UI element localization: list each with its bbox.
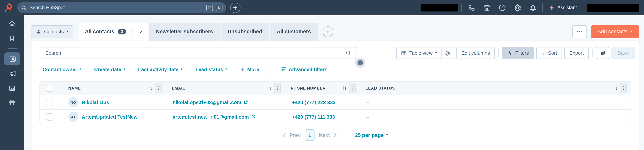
assistant-button[interactable]: Assistant xyxy=(547,5,579,10)
chevron-left-icon xyxy=(282,133,286,138)
view-selector-group: Table view ▾ xyxy=(396,47,454,59)
hubspot-logo-icon[interactable] xyxy=(4,2,14,13)
advanced-filter-icon xyxy=(281,67,286,72)
sparkle-icon xyxy=(549,5,555,10)
table-toolbar: Table view ▾ Edit columns xyxy=(32,41,639,64)
prev-page-button[interactable]: Prev xyxy=(282,132,301,138)
tab-all-contacts[interactable]: All contacts 2 ⋮ × xyxy=(80,22,148,41)
chevron-down-icon: ▾ xyxy=(435,51,437,54)
column-menu-icon[interactable]: ⋮ xyxy=(620,83,627,93)
select-all-checkbox[interactable] xyxy=(46,85,53,92)
chevron-down-icon: ▾ xyxy=(181,68,182,71)
sliders-icon xyxy=(507,50,513,55)
column-menu-icon[interactable]: ⋮ xyxy=(349,83,356,93)
copy-icon xyxy=(600,50,606,56)
contacts-panel: Table view ▾ Edit columns xyxy=(31,41,640,150)
notifications-icon[interactable] xyxy=(527,2,539,13)
main-content: Contacts ▾ All contacts 2 ⋮ × Newsletter… xyxy=(24,15,644,150)
tab-newsletter-subscribers[interactable]: Newsletter subscribers xyxy=(149,22,220,41)
table-view-selector[interactable]: Table view ▾ xyxy=(396,47,441,59)
quick-filter-contact-owner[interactable]: Contact owner ▾ xyxy=(42,66,81,72)
add-contacts-button[interactable]: Add contacts ▾ xyxy=(591,25,640,38)
pagination: Prev 1 Next 25 per page ▾ xyxy=(32,124,639,146)
sidebar-item-home[interactable] xyxy=(0,16,24,31)
quick-filter-more[interactable]: + More xyxy=(240,66,259,72)
table-row: NO Nikolai Ops nikolai.ops.rl+02@gmail.c… xyxy=(40,95,630,109)
object-switcher[interactable]: Contacts ▾ xyxy=(31,25,74,38)
external-link-icon[interactable] xyxy=(251,115,255,119)
global-create-button[interactable]: + xyxy=(230,2,240,13)
tab-close-icon[interactable]: × xyxy=(140,29,143,34)
quick-filter-lead-status[interactable]: Lead status ▾ xyxy=(196,66,227,72)
redacted-user-info xyxy=(587,4,640,12)
onboarding-beacon[interactable] xyxy=(355,58,365,68)
view-settings-button[interactable] xyxy=(442,47,454,59)
home-icon xyxy=(8,20,16,27)
column-menu-icon[interactable]: ⋮ xyxy=(274,83,281,93)
tab-all-customers[interactable]: All customers xyxy=(270,22,318,41)
sort-icon[interactable] xyxy=(614,86,618,91)
avatar: NO xyxy=(68,97,78,107)
tab-options-icon[interactable]: ⋮ xyxy=(130,29,136,34)
calling-icon[interactable] xyxy=(466,2,477,13)
plus-icon: + xyxy=(240,66,245,72)
sort-icon[interactable] xyxy=(342,86,347,91)
row-checkbox[interactable] xyxy=(46,113,53,121)
quick-filter-create-date[interactable]: Create date ▾ xyxy=(94,66,125,72)
more-actions-button[interactable]: ••• xyxy=(572,25,587,38)
global-search[interactable]: ⌘ K xyxy=(17,2,226,13)
contact-name-link[interactable]: Nikolai Ops xyxy=(82,99,109,105)
nav-divider xyxy=(583,3,584,12)
contact-phone-link[interactable]: +420 (777) 222 333 xyxy=(292,99,336,105)
bookmark-icon xyxy=(9,35,15,41)
per-page-selector[interactable]: 25 per page ▾ xyxy=(355,132,388,138)
add-view-button[interactable]: + xyxy=(322,26,333,37)
help-icon[interactable]: ? xyxy=(496,2,508,13)
table-row: AT ArtemUpdated TestNew artem.test.new+r… xyxy=(40,109,630,124)
global-search-input[interactable] xyxy=(30,5,203,10)
sidebar-item-crm-active[interactable] xyxy=(4,52,20,65)
column-header-name[interactable]: NAME xyxy=(68,86,81,91)
arrow-down-icon: ↓ xyxy=(541,50,545,56)
column-menu-icon[interactable]: ⋮ xyxy=(155,83,162,93)
advanced-filters-button[interactable]: Advanced filters xyxy=(281,66,327,72)
commerce-icon xyxy=(8,99,16,106)
sidebar-item-content[interactable] xyxy=(0,81,24,95)
sidebar-divider xyxy=(8,48,17,49)
avatar: AT xyxy=(68,112,78,122)
sidebar-item-bookmarks[interactable] xyxy=(0,31,24,45)
chevron-down-icon: ▾ xyxy=(631,30,632,33)
next-page-button[interactable]: Next xyxy=(319,132,337,138)
sort-icon[interactable] xyxy=(149,86,153,91)
lead-status-value: -- xyxy=(366,114,369,120)
sidebar-item-marketing[interactable] xyxy=(0,66,24,81)
column-header-email[interactable]: EMAIL xyxy=(172,86,185,91)
row-checkbox[interactable] xyxy=(46,99,53,106)
external-link-icon[interactable] xyxy=(244,100,248,104)
edit-columns-button[interactable]: Edit columns xyxy=(456,47,495,59)
filters-button[interactable]: Filters xyxy=(502,47,534,59)
export-button[interactable]: Export xyxy=(564,47,589,59)
quick-filter-last-activity-date[interactable]: Last activity date ▾ xyxy=(138,66,182,72)
marketplace-icon[interactable] xyxy=(481,2,493,13)
table-search[interactable] xyxy=(41,47,356,59)
contact-email-link[interactable]: artem.test.new+rl01@gmail.com xyxy=(172,114,249,120)
column-header-lead-status[interactable]: LEAD STATUS xyxy=(366,86,395,91)
current-page[interactable]: 1 xyxy=(305,129,314,141)
contact-phone-link[interactable]: +420 (777) 111 333 xyxy=(292,114,335,120)
sort-button[interactable]: ↓ Sort xyxy=(536,47,562,59)
contact-email-link[interactable]: nikolai.ops.rl+02@gmail.com xyxy=(172,99,241,105)
search-icon xyxy=(346,50,351,56)
save-view-button[interactable]: Save xyxy=(612,47,635,59)
table-search-input[interactable] xyxy=(45,50,342,56)
tab-unsubscribed[interactable]: Unsubscribed xyxy=(221,22,269,41)
contacts-table: NAME ⋮ xyxy=(40,81,631,124)
settings-icon[interactable] xyxy=(512,2,523,13)
k-key-badge: K xyxy=(216,4,222,11)
clone-view-button[interactable] xyxy=(596,47,609,59)
contact-name-link[interactable]: ArtemUpdated TestNew xyxy=(82,114,138,120)
column-header-phone[interactable]: PHONE NUMBER xyxy=(291,86,326,91)
sort-icon[interactable] xyxy=(268,86,272,91)
person-icon xyxy=(36,29,41,34)
sidebar-item-commerce[interactable] xyxy=(0,95,24,110)
